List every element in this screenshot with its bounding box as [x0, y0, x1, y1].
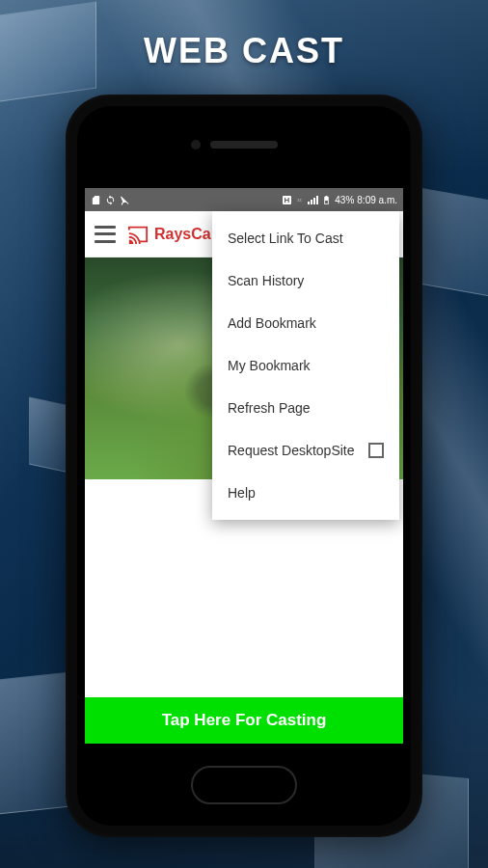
- status-bar: H 43% 8:09 a.m.: [85, 188, 403, 211]
- menu-item-label: Request DesktopSite: [228, 443, 355, 458]
- menu-item-label: My Bookmark: [228, 358, 311, 373]
- menu-item-request-desktop[interactable]: Request DesktopSite: [212, 429, 399, 472]
- menu-item-scan-history[interactable]: Scan History: [212, 259, 399, 302]
- phone-frame: H 43% 8:09 a.m.: [66, 95, 422, 837]
- cast-logo-icon: [125, 224, 150, 245]
- menu-item-my-bookmark[interactable]: My Bookmark: [212, 344, 399, 387]
- phone-speaker: [210, 141, 278, 149]
- menu-item-label: Help: [228, 485, 256, 501]
- app-brand: RaysCa: [154, 226, 211, 243]
- phone-bezel-top: [77, 106, 411, 188]
- sync-icon: [105, 195, 116, 205]
- page-title: WEB CAST: [0, 31, 488, 71]
- data-icon: [294, 195, 305, 205]
- phone-home-button[interactable]: [191, 766, 297, 804]
- desktop-site-checkbox[interactable]: [368, 443, 384, 458]
- menu-item-label: Scan History: [228, 273, 304, 288]
- menu-item-label: Select Link To Cast: [228, 231, 343, 246]
- phone-screen: H 43% 8:09 a.m.: [85, 188, 403, 744]
- menu-item-add-bookmark[interactable]: Add Bookmark: [212, 302, 399, 344]
- cast-button-label: Tap Here For Casting: [162, 711, 327, 730]
- signal-icon: [308, 195, 318, 204]
- status-time: 8:09 a.m.: [357, 195, 397, 205]
- wifi-off-icon: [120, 195, 130, 205]
- hamburger-menu-icon[interactable]: [95, 226, 116, 243]
- menu-item-select-link[interactable]: Select Link To Cast: [212, 217, 399, 259]
- cast-button[interactable]: Tap Here For Casting: [85, 697, 403, 744]
- battery-percent: 43%: [335, 195, 354, 205]
- menu-item-refresh-page[interactable]: Refresh Page: [212, 387, 399, 429]
- network-indicator: H: [283, 196, 292, 204]
- menu-item-label: Add Bookmark: [228, 315, 316, 331]
- menu-item-help[interactable]: Help: [212, 472, 399, 514]
- sd-card-icon: [91, 195, 101, 205]
- overflow-menu: Select Link To Cast Scan History Add Boo…: [212, 211, 399, 520]
- phone-camera: [191, 140, 201, 149]
- menu-item-label: Refresh Page: [228, 400, 311, 416]
- battery-icon: [321, 195, 332, 205]
